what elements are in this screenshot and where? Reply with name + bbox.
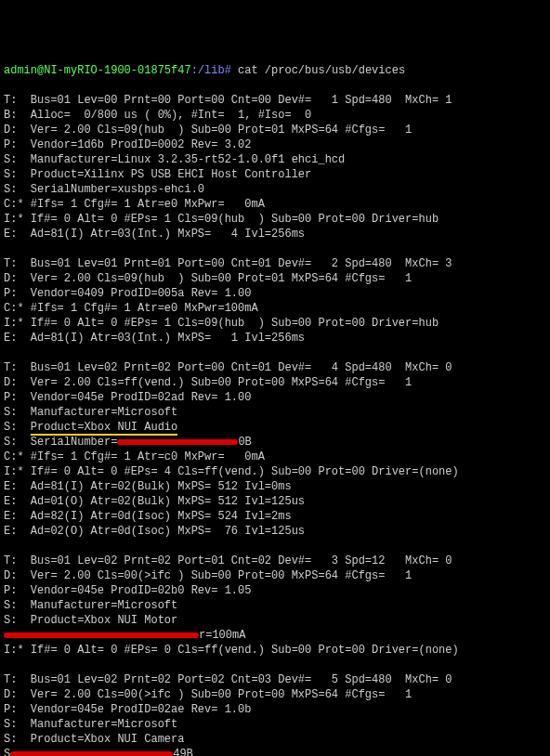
dev3-s3-pre: S: SerialNumber= (4, 436, 117, 449)
dev3-s2-pre: S: (4, 421, 31, 434)
dev3-p: P: Vendor=045e ProdID=02ad Rev= 1.00 (4, 391, 251, 404)
dev5-s2: S: Product=Xbox NUI Camera (4, 733, 184, 746)
dev1-e: E: Ad=81(I) Atr=03(Int.) MxPS= 4 Ivl=256… (4, 228, 305, 241)
redaction-scribble (117, 439, 238, 445)
dev5-s1: S: Manufacturer=Microsoft (4, 718, 177, 731)
dev5-s3-post: 49B (173, 748, 193, 756)
dev2-i: I:* If#= 0 Alt= 0 #EPs= 1 Cls=09(hub ) S… (4, 317, 439, 330)
dev2-c: C:* #Ifs= 1 Cfg#= 1 Atr=e0 MxPwr=100mA (4, 302, 258, 315)
dev3-e3: E: Ad=82(I) Atr=0d(Isoc) MxPS= 524 Ivl=2… (4, 510, 292, 523)
dev5-d: D: Ver= 2.00 Cls=00(>ifc ) Sub=00 Prot=0… (4, 688, 412, 701)
dev5-t: T: Bus=01 Lev=02 Prnt=02 Port=02 Cnt=03 … (4, 673, 452, 686)
dev5-p: P: Vendor=045e ProdID=02ae Rev= 1.0b (4, 703, 251, 716)
dev1-i: I:* If#= 0 Alt= 0 #EPs= 1 Cls=09(hub ) S… (4, 213, 439, 226)
dev3-c: C:* #Ifs= 1 Cfg#= 1 Atr=c0 MxPwr= 0mA (4, 450, 265, 463)
dev5-s3-pre: S (4, 748, 10, 756)
prompt-user: admin@NI-myRIO-1900-01875f47 (4, 64, 191, 77)
dev1-s3: S: SerialNumber=xusbps-ehci.0 (4, 183, 204, 196)
dev2-e: E: Ad=81(I) Atr=03(Int.) MxPS= 1 Ivl=256… (4, 332, 305, 345)
dev1-s2: S: Product=Xilinx PS USB EHCI Host Contr… (4, 168, 311, 181)
dev3-e2: E: Ad=01(O) Atr=02(Bulk) MxPS= 512 Ivl=1… (4, 495, 305, 508)
dev1-s1: S: Manufacturer=Linux 3.2.35-rt52-1.0.0f… (4, 153, 345, 166)
dev3-i: I:* If#= 0 Alt= 0 #EPs= 4 Cls=ff(vend.) … (4, 465, 459, 478)
terminal-output: admin@NI-myRIO-1900-01875f47:/lib# cat /… (4, 64, 459, 756)
dev4-p: P: Vendor=045e ProdID=02b0 Rev= 1.05 (4, 584, 251, 597)
dev1-d: D: Ver= 2.00 Cls=09(hub ) Sub=00 Prot=01… (4, 124, 412, 137)
dev3-s1: S: Manufacturer=Microsoft (4, 406, 177, 419)
dev3-t: T: Bus=01 Lev=02 Prnt=02 Port=00 Cnt=01 … (4, 361, 452, 374)
dev4-c-post: r=100mA (199, 629, 245, 642)
dev3-e1: E: Ad=81(I) Atr=02(Bulk) MxPS= 512 Ivl=0… (4, 480, 292, 493)
redaction-scribble (10, 751, 173, 756)
dev3-product-highlight: Product=Xbox NUI Audio (31, 421, 177, 436)
redaction-scribble (4, 632, 199, 638)
dev2-t: T: Bus=01 Lev=01 Prnt=01 Port=00 Cnt=01 … (4, 257, 452, 270)
dev4-d: D: Ver= 2.00 Cls=00(>ifc ) Sub=00 Prot=0… (4, 569, 412, 582)
dev3-e4: E: Ad=02(O) Atr=0d(Isoc) MxPS= 76 Ivl=12… (4, 525, 305, 538)
dev3-s3-post: 0B (238, 436, 251, 449)
dev3-d: D: Ver= 2.00 Cls=ff(vend.) Sub=00 Prot=0… (4, 376, 412, 389)
command: cat /proc/bus/usb/devices (231, 64, 405, 77)
dev2-p: P: Vendor=0409 ProdID=005a Rev= 1.00 (4, 287, 251, 300)
dev1-p: P: Vendor=1d6b ProdID=0002 Rev= 3.02 (4, 138, 251, 151)
dev1-c: C:* #Ifs= 1 Cfg#= 1 Atr=e0 MxPwr= 0mA (4, 198, 265, 211)
dev2-d: D: Ver= 2.00 Cls=09(hub ) Sub=00 Prot=01… (4, 272, 412, 285)
dev4-i: I:* If#= 0 Alt= 0 #EPs= 0 Cls=ff(vend.) … (4, 644, 459, 657)
dev4-t: T: Bus=01 Lev=02 Prnt=02 Port=01 Cnt=02 … (4, 554, 452, 567)
dev1-b: B: Alloc= 0/800 us ( 0%), #Int= 1, #Iso=… (4, 109, 311, 122)
dev1-t: T: Bus=01 Lev=00 Prnt=00 Port=00 Cnt=00 … (4, 94, 452, 107)
prompt-path: :/lib# (191, 64, 231, 77)
dev4-s1: S: Manufacturer=Microsoft (4, 599, 177, 612)
dev4-s2: S: Product=Xbox NUI Motor (4, 614, 177, 627)
